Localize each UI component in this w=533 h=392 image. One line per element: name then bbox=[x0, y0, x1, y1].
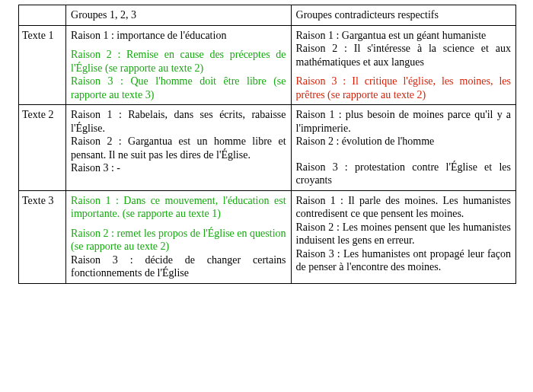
row-label: Texte 2 bbox=[19, 105, 66, 191]
reason-text: Raison 2 : Il s'intéresse à la science e… bbox=[296, 42, 511, 69]
reason-text: Raison 2 : Remise en cause des préceptes… bbox=[71, 48, 286, 75]
table-row: Texte 3 Raison 1 : Dans ce mouvement, l'… bbox=[19, 190, 516, 283]
reason-text: Raison 1 : Il parle des moines. Les huma… bbox=[296, 194, 511, 221]
reasons-table: Groupes 1, 2, 3 Groupes contradicteurs r… bbox=[18, 5, 516, 284]
cell-contradictors: Raison 1 : Il parle des moines. Les huma… bbox=[291, 190, 515, 283]
header-cell-groups: Groupes 1, 2, 3 bbox=[66, 5, 291, 26]
header-cell-contradictors: Groupes contradicteurs respectifs bbox=[291, 5, 515, 26]
cell-groups: Raison 1 : importance de l'éducation Rai… bbox=[66, 25, 291, 105]
reason-text: Raison 1 : importance de l'éducation bbox=[71, 29, 286, 43]
row-label: Texte 1 bbox=[19, 25, 66, 105]
reason-text: Raison 2 : remet les propos de l'Église … bbox=[71, 227, 286, 253]
header-cell-empty bbox=[19, 5, 66, 26]
cell-contradictors: Raison 1 : plus besoin de moines parce q… bbox=[291, 105, 515, 191]
table-header-row: Groupes 1, 2, 3 Groupes contradicteurs r… bbox=[19, 5, 516, 26]
cell-groups: Raison 1 : Dans ce mouvement, l'éducatio… bbox=[66, 190, 291, 283]
reason-text: Raison 2 : évolution de l'homme bbox=[296, 135, 511, 148]
reason-text: Raison 3 : décide de changer certains fo… bbox=[71, 253, 286, 280]
reason-text: Raison 3 : - bbox=[71, 161, 286, 175]
reason-text: Raison 3 : Les humanistes ont propagé le… bbox=[296, 247, 511, 274]
cell-contradictors: Raison 1 : Gargantua est un géant humani… bbox=[291, 25, 515, 105]
reason-text: Raison 3 : Que l'homme doit être libre (… bbox=[71, 75, 286, 101]
table-row: Texte 1 Raison 1 : importance de l'éduca… bbox=[19, 25, 516, 105]
reason-text: Raison 1 : Rabelais, dans ses écrits, ra… bbox=[71, 108, 286, 135]
reason-text: Raison 1 : plus besoin de moines parce q… bbox=[296, 108, 511, 135]
row-label: Texte 3 bbox=[19, 190, 66, 283]
reason-text: Raison 2 : Les moines pensent que les hu… bbox=[296, 221, 511, 247]
reason-text: Raison 2 : Gargantua est un homme libre … bbox=[71, 135, 286, 161]
reason-text: Raison 3 : Il critique l'église, les moi… bbox=[296, 75, 511, 101]
reason-text: Raison 1 : Gargantua est un géant humani… bbox=[296, 29, 511, 43]
cell-groups: Raison 1 : Rabelais, dans ses écrits, ra… bbox=[66, 105, 291, 191]
table-row: Texte 2 Raison 1 : Rabelais, dans ses éc… bbox=[19, 105, 516, 191]
reason-text: Raison 1 : Dans ce mouvement, l'éducatio… bbox=[71, 194, 286, 221]
reason-text: Raison 3 : protestation contre l'Église … bbox=[296, 161, 511, 187]
